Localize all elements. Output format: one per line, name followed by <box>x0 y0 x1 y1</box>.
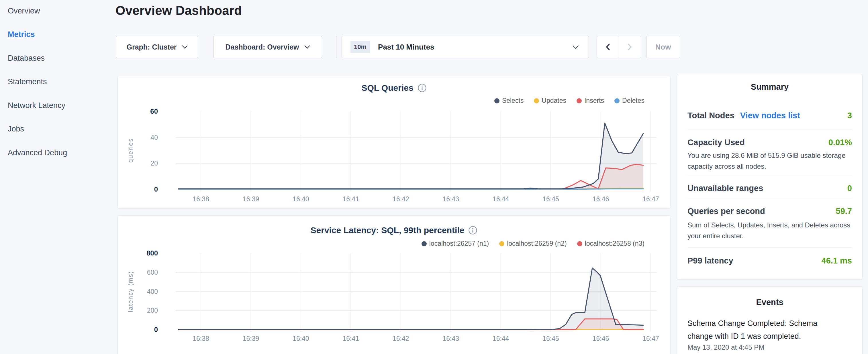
x-tick-label: 16:42 <box>393 195 409 203</box>
chevron-down-icon <box>304 45 310 49</box>
legend-item[interactable]: Selects <box>494 97 524 104</box>
x-tick-label: 16:40 <box>292 195 309 203</box>
controls-divider <box>336 36 336 58</box>
x-tick-label: 16:45 <box>542 335 559 342</box>
legend-item[interactable]: Inserts <box>577 97 604 104</box>
y-tick-label: 0 <box>154 185 158 193</box>
legend-item[interactable]: Deletes <box>614 97 645 104</box>
x-tick-label: 16:44 <box>493 335 509 342</box>
event-item-text[interactable]: Schema Change Completed: Schema change w… <box>687 317 831 343</box>
event-item-date: May 13, 2020 at 4:45 PM <box>687 344 764 351</box>
sidebar-item-overview[interactable]: Overview <box>8 6 40 16</box>
legend-label: Inserts <box>584 97 604 104</box>
chart-title-row: Service Latency: SQL, 99th percentile <box>118 225 670 235</box>
summary-row-p99-latency: P99 latency 46.1 ms <box>687 256 852 265</box>
now-button[interactable]: Now <box>646 36 680 58</box>
service-latency-chart-canvas: 16:3816:3916:4016:4116:4216:4316:4416:45… <box>118 216 671 354</box>
legend-item[interactable]: localhost:26259 (n2) <box>499 240 566 248</box>
y-tick-label: 40 <box>150 134 158 141</box>
legend-item[interactable]: localhost:26258 (n3) <box>577 240 645 248</box>
summary-row-value: 0 <box>847 184 852 193</box>
events-panel: Events Schema Change Completed: Schema c… <box>677 286 863 354</box>
legend-dot-icon <box>422 241 427 246</box>
events-title: Events <box>677 297 862 307</box>
x-tick-label: 16:43 <box>442 195 459 203</box>
summary-row-total-nodes: Total Nodes View nodes list 3 <box>687 111 852 120</box>
graph-dropdown-label: Graph: Cluster <box>126 43 177 51</box>
info-icon[interactable] <box>468 226 477 235</box>
chart-legend: localhost:26257 (n1)localhost:26259 (n2)… <box>422 240 645 248</box>
x-tick-label: 16:41 <box>343 335 359 342</box>
x-tick-label: 16:39 <box>243 195 259 203</box>
summary-row-value: 46.1 ms <box>822 256 852 265</box>
legend-dot-icon <box>534 98 539 103</box>
sidebar-item-jobs[interactable]: Jobs <box>8 124 24 134</box>
chevron-left-icon <box>606 43 610 51</box>
sql-queries-chart-card: 16:3816:3916:4016:4116:4216:4316:4416:45… <box>118 76 671 208</box>
time-step-buttons <box>597 36 641 58</box>
legend-dot-icon <box>577 241 582 246</box>
summary-panel: Summary Total Nodes View nodes list 3 Ca… <box>677 74 863 280</box>
sql-queries-chart-canvas: 16:3816:3916:4016:4116:4216:4316:4416:45… <box>118 76 671 209</box>
series-line <box>179 123 643 189</box>
legend-dot-icon <box>494 98 499 103</box>
graph-dropdown[interactable]: Graph: Cluster <box>116 36 198 58</box>
summary-row-value: 3 <box>847 111 852 120</box>
chart-title: SQL Queries <box>361 83 413 93</box>
next-time-button[interactable] <box>619 36 641 58</box>
sidebar-item-advanced-debug[interactable]: Advanced Debug <box>8 148 67 158</box>
summary-row-unavailable-ranges: Unavailable ranges 0 <box>687 184 852 193</box>
info-icon[interactable] <box>417 83 427 93</box>
y-tick-label: 400 <box>147 288 158 295</box>
x-tick-label: 16:47 <box>643 195 659 203</box>
legend-item[interactable]: localhost:26257 (n1) <box>422 240 489 248</box>
series-area <box>179 164 643 189</box>
summary-row-label: Queries per second <box>687 206 765 216</box>
page: Overview Metrics Databases Statements Ne… <box>0 0 868 354</box>
x-tick-label: 16:38 <box>192 335 209 342</box>
summary-row-capacity-used: Capacity Used 0.01% <box>687 138 852 147</box>
time-range-dropdown[interactable]: 10m Past 10 Minutes <box>342 36 589 58</box>
sidebar-item-metrics[interactable]: Metrics <box>8 30 35 39</box>
view-nodes-list-link[interactable]: View nodes list <box>740 111 800 120</box>
y-tick-label: 60 <box>150 107 158 115</box>
time-range-badge: 10m <box>350 41 370 53</box>
prev-time-button[interactable] <box>597 36 619 58</box>
chart-title-row: SQL Queries <box>118 83 670 93</box>
legend-dot-icon <box>577 98 582 103</box>
x-tick-label: 16:46 <box>593 195 609 203</box>
chevron-right-icon <box>627 43 632 51</box>
sidebar-item-databases[interactable]: Databases <box>8 53 45 63</box>
chevron-down-icon <box>182 45 188 49</box>
x-tick-label: 16:38 <box>192 195 209 203</box>
divider <box>687 248 852 248</box>
summary-row-description: You are using 28.6 MiB of 515.9 GiB usab… <box>687 150 852 172</box>
legend-label: localhost:26258 (n3) <box>585 240 645 248</box>
series-area <box>179 123 643 189</box>
summary-row-label: Total Nodes <box>687 111 735 120</box>
summary-row-label: Capacity Used <box>687 138 745 147</box>
chart-title: Service Latency: SQL, 99th percentile <box>311 225 465 235</box>
legend-label: Selects <box>502 97 524 104</box>
x-tick-label: 16:41 <box>343 195 359 203</box>
service-latency-chart-card: 16:3816:3916:4016:4116:4216:4316:4416:45… <box>118 215 671 354</box>
dashboard-dropdown-label: Dashboard: Overview <box>225 43 299 51</box>
y-axis-label: queries <box>127 138 134 163</box>
x-tick-label: 16:45 <box>542 195 559 203</box>
legend-dot-icon <box>499 241 504 246</box>
y-tick-label: 0 <box>154 326 158 333</box>
summary-row-label: P99 latency <box>687 256 733 265</box>
y-tick-label: 200 <box>147 307 158 314</box>
sidebar-item-statements[interactable]: Statements <box>8 77 47 87</box>
x-tick-label: 16:47 <box>643 335 659 342</box>
y-tick-label: 20 <box>150 160 158 167</box>
page-title: Overview Dashboard <box>116 3 242 18</box>
x-tick-label: 16:44 <box>493 195 509 203</box>
sidebar-item-network-latency[interactable]: Network Latency <box>8 100 65 110</box>
summary-title: Summary <box>677 82 862 92</box>
x-tick-label: 16:40 <box>292 335 309 342</box>
chart-legend: SelectsUpdatesInsertsDeletes <box>494 97 645 104</box>
y-axis-label: latency (ms) <box>127 271 134 312</box>
legend-item[interactable]: Updates <box>534 97 566 104</box>
dashboard-dropdown[interactable]: Dashboard: Overview <box>213 36 322 58</box>
